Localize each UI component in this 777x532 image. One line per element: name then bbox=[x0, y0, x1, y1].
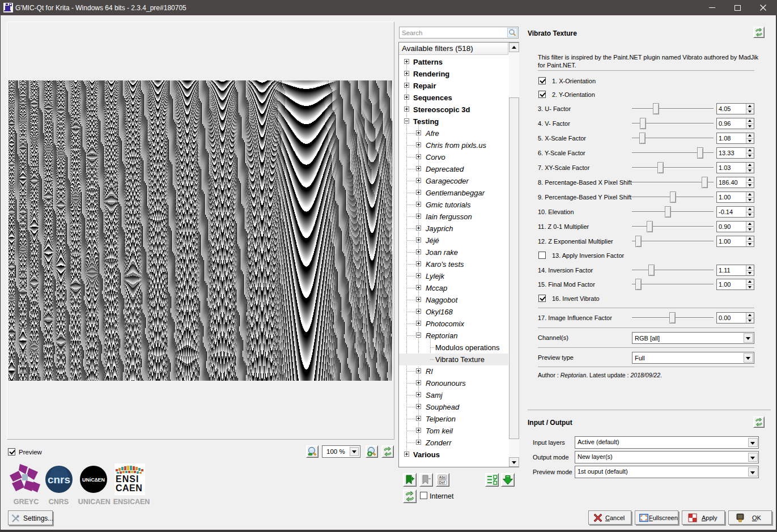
svg-text:ENSI: ENSI bbox=[116, 474, 139, 484]
svg-text:Abc: Abc bbox=[439, 475, 447, 479]
svg-text:CAEN: CAEN bbox=[116, 483, 142, 493]
svg-text:cnrs: cnrs bbox=[48, 474, 70, 486]
svg-text:UNiC∆EN: UNiC∆EN bbox=[82, 477, 105, 483]
svg-text:Def: Def bbox=[439, 480, 445, 484]
